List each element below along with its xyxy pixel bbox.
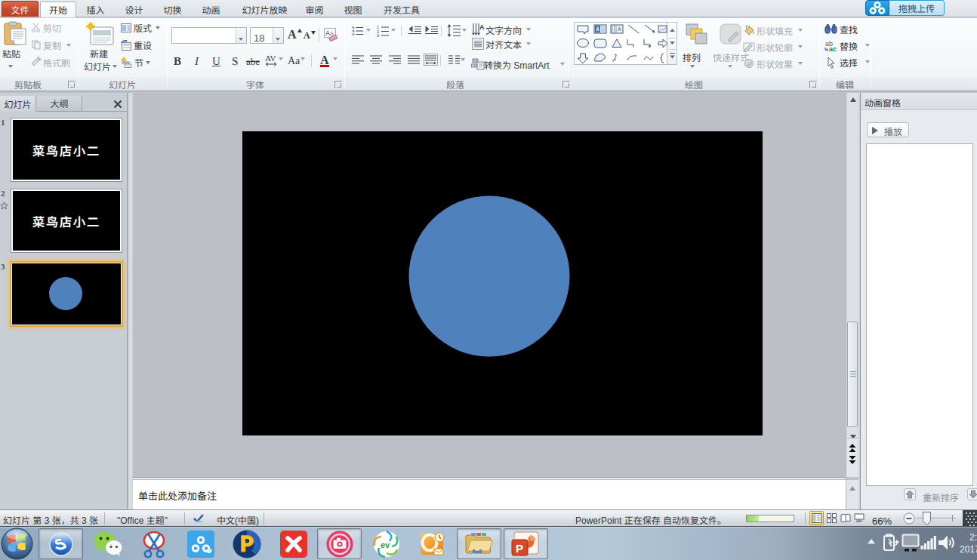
svg-text:ac: ac (829, 45, 837, 52)
svg-text:P: P (516, 542, 523, 555)
svg-text:3: 3 (377, 33, 379, 37)
svg-text:A: A (618, 26, 621, 32)
svg-text:ev: ev (381, 540, 390, 549)
svg-text:A: A (479, 23, 484, 31)
svg-text:A: A (596, 26, 600, 32)
